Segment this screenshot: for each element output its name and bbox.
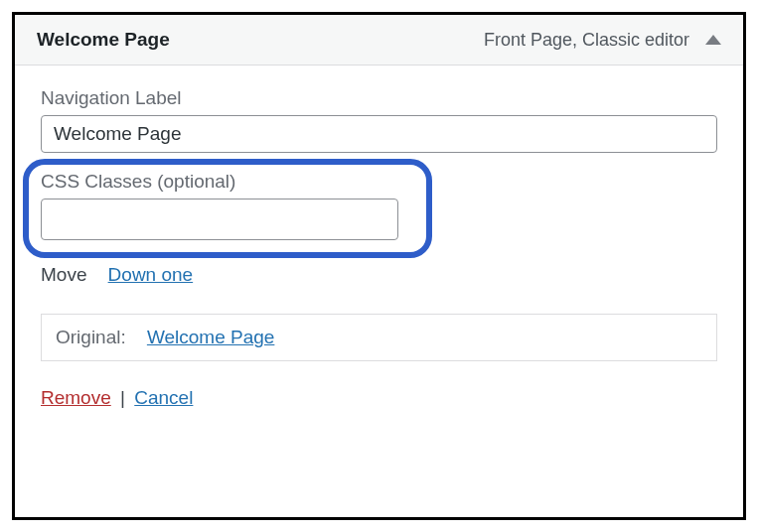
- navigation-label-group: Navigation Label: [41, 87, 717, 153]
- remove-link[interactable]: Remove: [41, 387, 111, 408]
- move-down-one-link[interactable]: Down one: [108, 264, 194, 285]
- move-row: Move Down one: [41, 264, 717, 286]
- panel-title: Welcome Page: [37, 29, 170, 51]
- action-links: Remove | Cancel: [41, 387, 717, 409]
- action-separator: |: [120, 387, 125, 408]
- navigation-label-label: Navigation Label: [41, 87, 717, 109]
- css-classes-group: CSS Classes (optional): [41, 171, 717, 240]
- collapse-up-icon[interactable]: [705, 35, 721, 45]
- css-classes-input[interactable]: [41, 199, 398, 240]
- menu-item-panel: Welcome Page Front Page, Classic editor …: [12, 12, 746, 520]
- cancel-link[interactable]: Cancel: [134, 387, 193, 408]
- original-label: Original:: [56, 327, 126, 347]
- original-box: Original: Welcome Page: [41, 314, 717, 361]
- move-label: Move: [41, 264, 86, 285]
- panel-meta-text: Front Page, Classic editor: [484, 30, 689, 51]
- original-link[interactable]: Welcome Page: [147, 327, 275, 347]
- css-classes-label: CSS Classes (optional): [41, 171, 717, 193]
- panel-meta: Front Page, Classic editor: [484, 30, 721, 51]
- panel-header[interactable]: Welcome Page Front Page, Classic editor: [15, 15, 743, 66]
- panel-body: Navigation Label CSS Classes (optional) …: [15, 66, 743, 517]
- navigation-label-input[interactable]: [41, 115, 717, 153]
